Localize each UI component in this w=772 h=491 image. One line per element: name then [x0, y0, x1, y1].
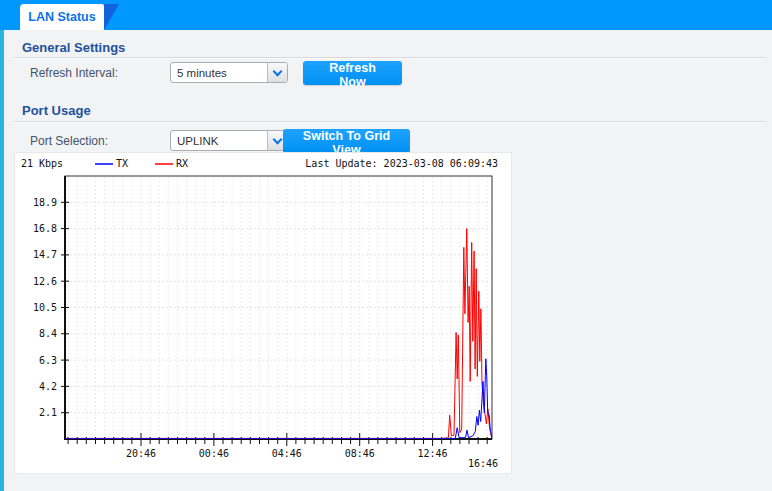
svg-text:6.3: 6.3: [39, 355, 57, 366]
svg-text:00:46: 00:46: [199, 448, 229, 459]
port-usage-heading: Port Usage: [22, 103, 91, 118]
svg-text:16.8: 16.8: [33, 223, 57, 234]
traffic-chart-svg: 2.14.26.38.410.512.614.716.818.920:4600:…: [15, 153, 511, 477]
svg-text:08:46: 08:46: [345, 448, 375, 459]
general-settings-heading: General Settings: [22, 40, 125, 55]
tab-fold-decoration: [104, 4, 119, 30]
svg-text:21 Kbps: 21 Kbps: [21, 158, 63, 169]
top-tab-bar: LAN Status: [0, 0, 772, 30]
tab-label: LAN Status: [28, 10, 95, 24]
chevron-down-icon[interactable]: [267, 63, 287, 82]
svg-text:16:46: 16:46: [468, 458, 498, 469]
switch-to-grid-view-button[interactable]: Switch To Grid View: [283, 129, 410, 153]
refresh-interval-value: 5 minutes: [171, 63, 267, 82]
svg-text:4.2: 4.2: [39, 381, 57, 392]
port-usage-traffic-chart: 2.14.26.38.410.512.614.716.818.920:4600:…: [14, 152, 512, 474]
refresh-interval-select[interactable]: 5 minutes: [170, 62, 288, 83]
port-selection-label: Port Selection:: [30, 134, 108, 148]
svg-text:20:46: 20:46: [126, 448, 156, 459]
refresh-interval-label: Refresh Interval:: [30, 66, 118, 80]
svg-text:14.7: 14.7: [33, 249, 57, 260]
svg-text:2.1: 2.1: [39, 407, 57, 418]
svg-text:TX: TX: [116, 158, 128, 169]
svg-text:12:46: 12:46: [418, 448, 448, 459]
port-selection-value: UPLINK: [171, 131, 267, 150]
general-settings-divider: [14, 57, 766, 59]
port-selection-select[interactable]: UPLINK: [170, 130, 288, 151]
port-usage-divider: [14, 121, 766, 123]
tab-lan-status[interactable]: LAN Status: [20, 4, 104, 30]
svg-text:18.9: 18.9: [33, 197, 57, 208]
svg-text:8.4: 8.4: [39, 328, 57, 339]
svg-text:Last Update: 2023-03-08 06:09:: Last Update: 2023-03-08 06:09:43: [305, 158, 498, 169]
svg-text:04:46: 04:46: [272, 448, 302, 459]
svg-text:12.6: 12.6: [33, 276, 57, 287]
refresh-now-button[interactable]: Refresh Now: [303, 61, 402, 85]
lan-status-screen: LAN Status General Settings Refresh Inte…: [0, 0, 772, 491]
svg-text:RX: RX: [176, 158, 188, 169]
svg-text:10.5: 10.5: [33, 302, 57, 313]
content-area: General Settings Refresh Interval: 5 min…: [0, 0, 772, 491]
